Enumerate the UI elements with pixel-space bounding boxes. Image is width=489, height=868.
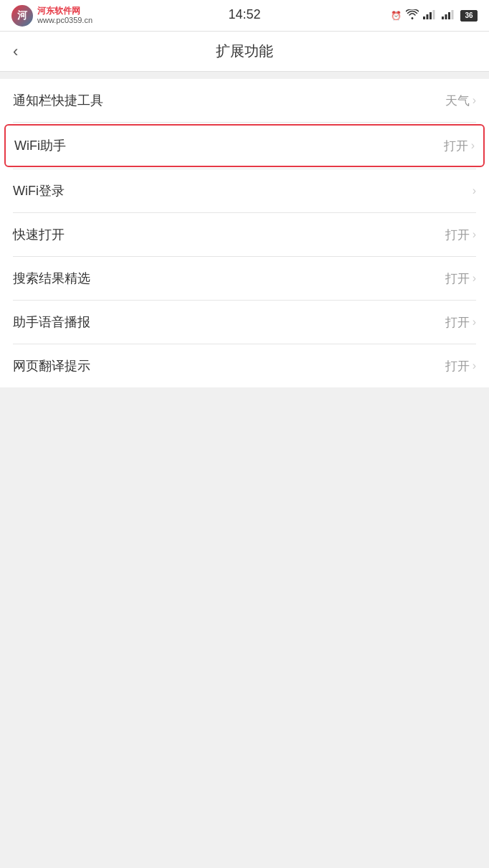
list-item[interactable]: 通知栏快捷工具 天气 › [0, 79, 489, 122]
menu-item-right: 打开 › [445, 227, 476, 243]
svg-rect-6 [448, 12, 450, 19]
back-button[interactable]: ‹ [13, 42, 18, 61]
chevron-right-icon: › [473, 94, 476, 107]
chevron-right-icon: › [471, 139, 475, 152]
signal-icon-2 [442, 9, 456, 22]
navigation-bar: ‹ 扩展功能 [0, 32, 489, 72]
chevron-right-icon: › [473, 184, 476, 197]
menu-item-label: WiFi登录 [13, 182, 65, 199]
status-bar: 河 河东软件网 www.pc0359.cn 14:52 ⏰ [0, 0, 489, 32]
svg-rect-1 [427, 14, 429, 19]
menu-item-label: 助手语音播报 [13, 313, 90, 331]
menu-item-label: 搜索结果精选 [13, 270, 90, 287]
svg-rect-0 [423, 16, 425, 19]
menu-item-value: 天气 [445, 93, 470, 109]
menu-item-label: 快速打开 [13, 226, 65, 243]
menu-item-right: 天气 › [445, 93, 476, 109]
menu-item-value: 打开 [444, 138, 468, 154]
top-divider [0, 72, 489, 79]
list-item[interactable]: 搜索结果精选 打开 › [0, 257, 489, 300]
menu-item-value: 打开 [445, 314, 470, 331]
chevron-right-icon: › [473, 272, 476, 285]
status-bar-left: 河 河东软件网 www.pc0359.cn [11, 5, 92, 27]
menu-item-value: 打开 [445, 270, 470, 287]
list-item[interactable]: 助手语音播报 打开 › [0, 301, 489, 344]
logo-text: 河东软件网 www.pc0359.cn [37, 6, 92, 26]
svg-rect-7 [452, 10, 454, 19]
svg-rect-2 [429, 12, 432, 19]
wifi-assistant-item[interactable]: WiFi助手 打开 › [4, 124, 485, 167]
alarm-icon: ⏰ [391, 11, 402, 21]
chevron-right-icon: › [473, 316, 476, 329]
chevron-right-icon: › [473, 228, 476, 241]
menu-item-label: 网页翻译提示 [13, 357, 90, 374]
signal-icon-1 [423, 9, 437, 22]
list-item[interactable]: 快速打开 打开 › [0, 213, 489, 256]
menu-item-value: 打开 [445, 227, 470, 243]
svg-rect-3 [433, 10, 435, 19]
menu-item-label: WiFi助手 [14, 137, 66, 154]
menu-item-right: 打开 › [445, 314, 476, 331]
bottom-area [0, 387, 489, 660]
status-time: 14:52 [228, 7, 260, 22]
chevron-right-icon: › [473, 359, 476, 372]
menu-item-value: 打开 [445, 358, 470, 374]
status-bar-right: ⏰ 36 [391, 9, 478, 22]
list-item[interactable]: 网页翻译提示 打开 › [0, 344, 489, 387]
divider [13, 122, 476, 123]
menu-item-right: 打开 › [445, 358, 476, 374]
menu-item-right: 打开 › [445, 270, 476, 287]
menu-item-label: 通知栏快捷工具 [13, 92, 103, 109]
menu-section: 通知栏快捷工具 天气 › WiFi助手 打开 › WiFi登录 › 快速打开 打… [0, 79, 489, 387]
svg-rect-4 [442, 16, 444, 19]
app-logo-icon: 河 [11, 5, 33, 27]
wifi-icon [406, 9, 419, 22]
list-item[interactable]: WiFi登录 › [0, 169, 489, 212]
svg-rect-5 [445, 14, 447, 19]
menu-item-right: › [470, 184, 476, 197]
battery-icon: 36 [460, 10, 478, 22]
menu-item-right: 打开 › [444, 138, 475, 154]
page-title: 扩展功能 [216, 42, 273, 61]
